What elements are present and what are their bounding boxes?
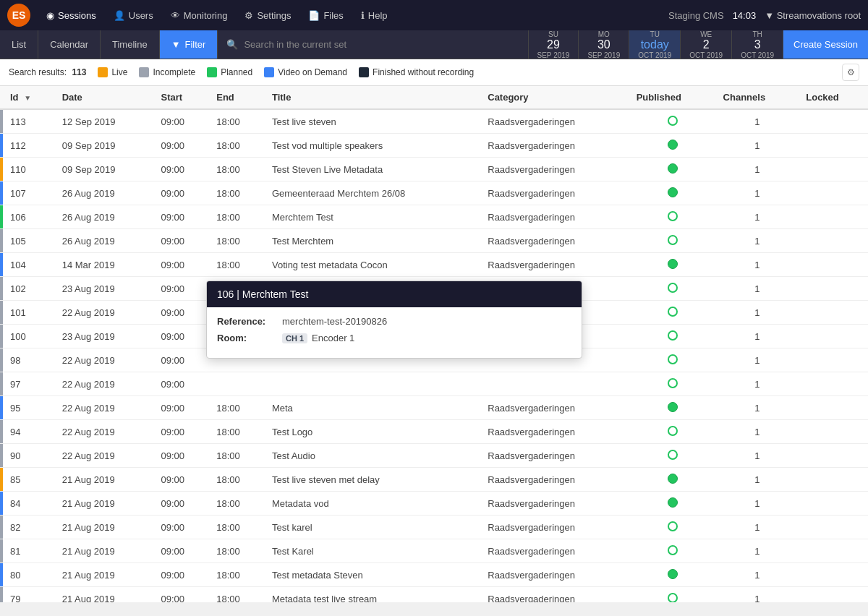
cell-end xyxy=(209,372,265,396)
col-locked[interactable]: Locked xyxy=(799,86,868,109)
cell-end xyxy=(209,325,265,348)
col-start[interactable]: Start xyxy=(154,86,210,109)
legend-dot-vod xyxy=(264,67,274,77)
sort-arrow-id: ▼ xyxy=(24,94,31,102)
cell-title: Gemeenteraad Merchtem 26/08 xyxy=(265,181,480,205)
cell-locked xyxy=(799,301,868,325)
table-row[interactable]: 101 22 Aug 2019 09:00 1 xyxy=(0,301,868,325)
search-input[interactable] xyxy=(244,39,519,50)
col-published[interactable]: Published xyxy=(629,86,716,109)
cell-end xyxy=(209,348,265,372)
date-30[interactable]: MO 30 SEP 2019 xyxy=(578,30,629,59)
cell-id: 107 xyxy=(3,181,55,205)
table-row[interactable]: 98 22 Aug 2019 09:00 1 xyxy=(0,348,868,372)
cell-category xyxy=(480,348,629,372)
date-2[interactable]: WE 2 OCT 2019 xyxy=(680,30,731,59)
cell-published xyxy=(629,205,716,229)
table-row[interactable]: 80 21 Aug 2019 09:00 18:00 Test metadata… xyxy=(0,563,868,587)
table-row[interactable]: 113 12 Sep 2019 09:00 18:00 Test live st… xyxy=(0,109,868,134)
table-row[interactable]: 106 26 Aug 2019 09:00 18:00 Merchtem Tes… xyxy=(0,205,868,229)
list-view-button[interactable]: List xyxy=(0,30,38,59)
cell-category: Raadsvergaderingen xyxy=(480,205,629,229)
col-date[interactable]: Date xyxy=(55,86,154,109)
table-row[interactable]: 95 22 Aug 2019 09:00 18:00 Meta Raadsver… xyxy=(0,396,868,420)
cell-title: Test metadata Steven xyxy=(265,563,480,587)
cell-title: Test Logo xyxy=(265,420,480,444)
legend-planned: Planned xyxy=(207,67,252,77)
table-row[interactable]: 104 14 Mar 2019 09:00 18:00 Voting test … xyxy=(0,253,868,277)
month-label-3: OCT 2019 xyxy=(689,51,723,59)
col-end[interactable]: End xyxy=(209,86,265,109)
cell-title: Test Steven Live Metadata xyxy=(265,158,480,181)
create-session-button[interactable]: Create Session xyxy=(783,30,868,59)
cell-date: 22 Aug 2019 xyxy=(55,444,154,468)
filter-icon: ▼ xyxy=(171,39,181,50)
date-today[interactable]: TU today OCT 2019 xyxy=(629,30,680,59)
col-category[interactable]: Category xyxy=(480,86,629,109)
table-row[interactable]: 90 22 Aug 2019 09:00 18:00 Test Audio Ra… xyxy=(0,444,868,468)
cell-category: Raadsvergaderingen xyxy=(480,444,629,468)
published-indicator xyxy=(668,521,678,531)
cell-title: Test Merchtem xyxy=(265,229,480,253)
nav-item-help[interactable]: ℹ Help xyxy=(354,6,395,25)
col-id[interactable]: Id ▼ xyxy=(3,86,55,109)
nav-item-settings[interactable]: ⚙ Settings xyxy=(237,6,298,25)
cell-published xyxy=(629,158,716,181)
cell-date: 22 Aug 2019 xyxy=(55,420,154,444)
cell-start: 09:00 xyxy=(154,229,210,253)
table-row[interactable]: 94 22 Aug 2019 09:00 18:00 Test Logo Raa… xyxy=(0,420,868,444)
table-row[interactable]: 97 22 Aug 2019 09:00 1 xyxy=(0,372,868,396)
cell-title: Test live steven xyxy=(265,109,480,134)
table-row[interactable]: 79 21 Aug 2019 09:00 18:00 Metadata test… xyxy=(0,587,868,603)
nav-item-files[interactable]: 📄 Files xyxy=(301,6,350,25)
legend-dot-planned xyxy=(207,67,217,77)
legend-finished: Finished without recording xyxy=(359,67,474,77)
nav-item-sessions[interactable]: ◉ Sessions xyxy=(39,6,103,25)
nav-item-monitoring[interactable]: 👁 Monitoring xyxy=(163,6,235,25)
cell-end: 18:00 xyxy=(209,420,265,444)
app-logo: ES xyxy=(7,4,30,27)
cell-start: 09:00 xyxy=(154,444,210,468)
table-row[interactable]: 82 21 Aug 2019 09:00 18:00 Test karel Ra… xyxy=(0,516,868,539)
cell-start: 09:00 xyxy=(154,396,210,420)
published-indicator xyxy=(668,450,678,460)
nav-settings-label: Settings xyxy=(257,10,291,21)
table-row[interactable]: 112 09 Sep 2019 09:00 18:00 Test vod mul… xyxy=(0,134,868,158)
table-row[interactable]: 81 21 Aug 2019 09:00 18:00 Test Karel Ra… xyxy=(0,539,868,563)
calendar-view-button[interactable]: Calendar xyxy=(38,30,101,59)
legend-finished-label: Finished without recording xyxy=(373,67,474,77)
cell-start: 09:00 xyxy=(154,205,210,229)
cell-id: 95 xyxy=(3,396,55,420)
cell-end: 18:00 xyxy=(209,181,265,205)
filter-button[interactable]: ▼ Filter xyxy=(160,30,218,59)
table-row[interactable]: 110 09 Sep 2019 09:00 18:00 Test Steven … xyxy=(0,158,868,181)
user-dropdown[interactable]: ▼ Streamovations root xyxy=(765,10,861,21)
date-3[interactable]: TH 3 OCT 2019 xyxy=(731,30,783,59)
cell-id: 80 xyxy=(3,563,55,587)
chevron-down-icon: ▼ xyxy=(765,10,776,21)
table-row[interactable]: 102 23 Aug 2019 09:00 18:00 Voting test … xyxy=(0,277,868,301)
cell-end: 18:00 xyxy=(209,396,265,420)
timeline-view-button[interactable]: Timeline xyxy=(101,30,160,59)
table-row[interactable]: 84 21 Aug 2019 09:00 18:00 Metadata vod … xyxy=(0,492,868,516)
table-row[interactable]: 105 26 Aug 2019 09:00 18:00 Test Merchte… xyxy=(0,229,868,253)
cell-published xyxy=(629,396,716,420)
day-num-4: 3 xyxy=(754,38,761,51)
cell-id: 102 xyxy=(3,277,55,301)
legend-live: Live xyxy=(98,67,127,77)
col-channels[interactable]: Channels xyxy=(716,86,799,109)
table-settings-button[interactable]: ⚙ xyxy=(842,64,859,81)
col-title[interactable]: Title xyxy=(265,86,480,109)
cell-category: Raadsvergaderingen xyxy=(480,563,629,587)
cell-channels: 1 xyxy=(716,181,799,205)
date-29[interactable]: SU 29 SEP 2019 xyxy=(528,30,579,59)
cell-published xyxy=(629,468,716,492)
table-row[interactable]: 85 21 Aug 2019 09:00 18:00 Test live ste… xyxy=(0,468,868,492)
cell-start: 09:00 xyxy=(154,325,210,348)
table-row[interactable]: 107 26 Aug 2019 09:00 18:00 Gemeenteraad… xyxy=(0,181,868,205)
table-row[interactable]: 100 23 Aug 2019 09:00 1 xyxy=(0,325,868,348)
cell-locked xyxy=(799,492,868,516)
nav-item-users[interactable]: 👤 Users xyxy=(106,6,161,25)
cell-end: 18:00 xyxy=(209,205,265,229)
settings-icon: ⚙ xyxy=(244,10,253,21)
